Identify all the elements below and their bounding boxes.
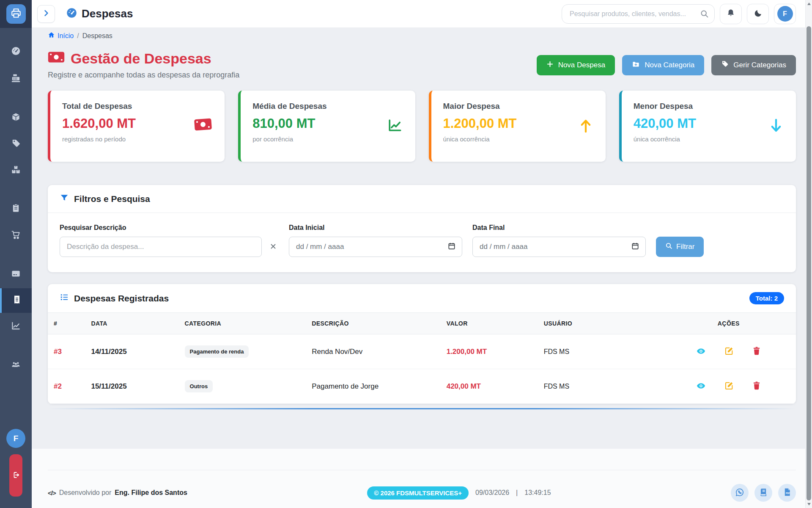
column-header-description[interactable]: DESCRIÇÃO [306,313,440,334]
sidebar-item-dashboard[interactable] [0,41,32,62]
table-title: Despesas Registradas [74,293,169,304]
logout-button[interactable] [9,454,22,497]
filter-date-end-group: Data Final dd / mm / aaaa [472,224,646,257]
svg-text:PDF: PDF [786,492,790,494]
column-header-value[interactable]: VALOR [441,313,538,334]
filters-panel: Filtros e Pesquisa Pesquisar Descrição [48,185,796,272]
expenses-table: # DATA CATEGORIA DESCRIÇÃO VALOR USUÁRIO… [48,313,796,404]
manage-categories-button[interactable]: Gerir Categorias [711,55,796,75]
footer-center: © 2026 FDSMULTSERVICES+ 09/03/2026 | 13:… [187,486,731,500]
footer-date: 09/03/2026 [475,489,509,497]
trash-icon [752,346,761,357]
filters-title: Filtros e Pesquisa [74,194,150,204]
notifications-button[interactable] [720,4,742,24]
sidebar-item-expenses-active[interactable] [0,288,32,313]
scrollbar-down-arrow[interactable] [807,503,811,505]
money-bill-icon [48,50,65,67]
column-header-id[interactable]: # [48,313,85,334]
money-bill-icon [194,118,212,133]
dev-prefix: Desenvolvido por [59,489,112,497]
view-button[interactable] [695,345,707,358]
scrollbar-thumb[interactable] [807,26,811,500]
sidebar-item-orders[interactable] [0,199,32,219]
chevron-right-icon [42,9,50,19]
breadcrumb: Início / Despesas [48,31,796,40]
expenses-table-panel: Despesas Registradas Total: 2 # DATA CAT… [48,284,796,404]
stat-label: Menor Despesa [634,102,784,111]
view-button[interactable] [695,380,707,393]
manual-button[interactable] [754,484,772,502]
search-input[interactable] [562,4,715,24]
total-badge: Total: 2 [749,292,784,304]
calendar-icon[interactable] [631,242,639,252]
edit-button[interactable] [724,345,735,358]
date-end-input[interactable]: dd / mm / aaaa [472,237,646,257]
description-filter-input[interactable] [60,237,262,257]
export-pdf-button[interactable]: PDF [778,484,796,502]
stat-label: Média de Despesas [252,102,403,111]
vertical-scrollbar[interactable] [805,0,812,508]
stat-card-average: Média de Despesas 810,00 MT por ocorrênc… [238,91,415,162]
whatsapp-button[interactable] [731,484,749,502]
filter-description-group: Pesquisar Descrição [60,224,279,257]
column-header-category[interactable]: CATEGORIA [179,313,306,334]
date-start-input[interactable]: dd / mm / aaaa [289,237,462,257]
row-actions [667,345,790,358]
sidebar-item-cash-register[interactable] [0,69,32,89]
app-window: F Despesas [0,0,812,508]
dark-mode-toggle[interactable] [747,4,769,24]
credit-card-icon [11,269,21,280]
stat-card-highest: Maior Despesa 1.200,00 MT única ocorrênc… [429,91,606,162]
category-badge: Outros [185,380,213,392]
page-footer: </> Desenvolvido por Eng. Filipe dos San… [32,449,805,508]
sidebar-item-products[interactable] [0,108,32,128]
app-logo[interactable] [6,4,26,24]
breadcrumb-home-link[interactable]: Início [48,31,74,40]
footer-time: 13:49:15 [524,489,551,497]
filters-header: Filtros e Pesquisa [48,185,796,213]
row-actions [667,380,790,393]
arrow-down-icon [769,118,783,135]
column-header-date[interactable]: DATA [85,313,178,334]
edit-button[interactable] [724,380,735,392]
edit-icon [724,381,734,392]
sidebar-item-stock[interactable] [0,160,32,180]
close-icon [269,243,277,251]
user-menu-button[interactable]: F [774,4,796,24]
delete-button[interactable] [752,380,762,392]
sidebar-item-sales[interactable] [0,225,32,246]
row-value: 1.200,00 MT [441,334,538,369]
sidebar-item-users[interactable] [0,355,32,375]
page-title-block: Gestão de Despesas Registre e acompanhe … [48,50,239,80]
column-header-user[interactable]: USUÁRIO [538,313,661,334]
sidebar-item-categories[interactable] [0,134,32,154]
filter-button[interactable]: Filtrar [656,237,704,257]
bell-icon [726,8,735,19]
new-expense-button[interactable]: Nova Despesa [537,55,615,75]
page-subtitle: Registre e acompanhe todas as despesas d… [48,71,239,80]
row-description: Renda Nov/Dev [306,334,440,369]
date-start-label: Data Inicial [289,224,462,232]
page-title-row: Gestão de Despesas Registre e acompanhe … [48,50,796,80]
new-category-button[interactable]: Nova Categoria [622,55,704,75]
calendar-icon[interactable] [447,242,456,252]
scrollbar-up-arrow[interactable] [807,3,811,5]
table-row: #3 14/11/2025 Pagamento de renda Renda N… [48,334,796,369]
search-icon[interactable] [700,9,709,20]
global-search [562,4,715,24]
eye-icon [696,381,706,392]
stat-caption: registradas no período [62,135,213,143]
sidebar-item-reports[interactable] [0,316,32,337]
sidebar-item-payments[interactable] [0,264,32,284]
sidebar-avatar[interactable]: F [6,429,25,448]
table-header: Despesas Registradas Total: 2 [48,284,796,313]
list-icon [60,293,69,304]
sidebar-collapse-button[interactable] [37,5,55,23]
sign-out-icon [12,471,20,480]
page-header-title: Despesas [66,7,133,20]
row-id: #3 [48,334,85,369]
clear-description-button[interactable] [268,241,279,253]
delete-button[interactable] [752,345,762,358]
eye-icon [696,346,706,357]
stat-label: Maior Despesa [443,102,594,111]
